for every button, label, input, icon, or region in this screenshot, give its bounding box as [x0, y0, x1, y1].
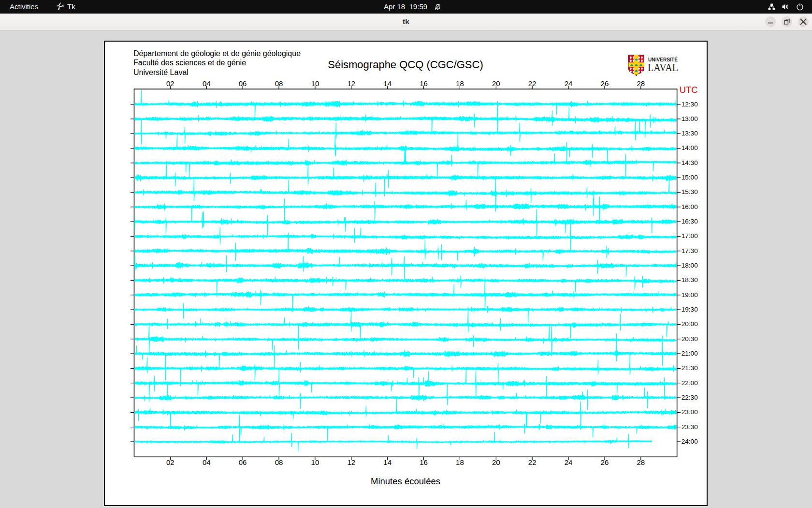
svg-text:22:00: 22:00: [682, 379, 698, 387]
svg-text:26: 26: [601, 458, 609, 466]
svg-text:14: 14: [383, 458, 392, 466]
svg-text:15:30: 15:30: [682, 188, 698, 195]
svg-text:14: 14: [383, 79, 392, 88]
svg-text:20: 20: [492, 458, 500, 466]
svg-text:22:30: 22:30: [682, 394, 698, 401]
svg-text:02: 02: [166, 458, 174, 466]
svg-text:20: 20: [492, 79, 500, 88]
svg-text:19:30: 19:30: [682, 306, 698, 313]
svg-text:06: 06: [239, 79, 247, 88]
svg-text:28: 28: [637, 458, 645, 466]
svg-text:12: 12: [347, 79, 355, 88]
svg-text:21:00: 21:00: [682, 350, 698, 357]
svg-text:24: 24: [565, 458, 573, 466]
svg-text:04: 04: [203, 458, 211, 466]
svg-text:17:00: 17:00: [682, 232, 698, 239]
svg-text:16: 16: [420, 79, 428, 88]
svg-text:24:00: 24:00: [682, 438, 698, 445]
svg-text:20:30: 20:30: [682, 335, 698, 343]
svg-text:19:00: 19:00: [682, 291, 698, 299]
svg-text:23:30: 23:30: [682, 423, 698, 431]
svg-text:16:30: 16:30: [682, 218, 698, 225]
svg-text:15:00: 15:00: [682, 174, 698, 181]
svg-text:22: 22: [528, 458, 536, 466]
svg-text:13:30: 13:30: [682, 130, 698, 137]
svg-text:18: 18: [456, 458, 464, 466]
svg-text:26: 26: [601, 79, 609, 88]
svg-text:23:00: 23:00: [682, 408, 698, 416]
svg-text:21:30: 21:30: [682, 364, 698, 372]
svg-text:28: 28: [637, 79, 645, 88]
svg-text:08: 08: [275, 458, 283, 466]
svg-text:12:30: 12:30: [682, 101, 698, 108]
svg-text:18:00: 18:00: [682, 262, 698, 269]
svg-text:14:30: 14:30: [682, 159, 698, 166]
svg-text:10: 10: [311, 79, 319, 88]
svg-text:06: 06: [239, 458, 247, 466]
svg-text:12: 12: [347, 458, 355, 466]
svg-text:04: 04: [203, 79, 211, 88]
svg-text:18:30: 18:30: [682, 276, 698, 284]
svg-text:24: 24: [565, 79, 573, 88]
svg-text:17:30: 17:30: [682, 247, 698, 254]
svg-text:14:00: 14:00: [682, 144, 698, 151]
svg-text:16:00: 16:00: [682, 203, 698, 210]
svg-text:22: 22: [528, 79, 536, 88]
svg-text:16: 16: [420, 458, 428, 466]
svg-text:20:00: 20:00: [682, 320, 698, 328]
svg-text:08: 08: [275, 79, 283, 88]
svg-text:UTC: UTC: [680, 85, 698, 95]
svg-text:18: 18: [456, 79, 464, 88]
svg-text:10: 10: [311, 458, 319, 466]
svg-text:02: 02: [166, 79, 174, 88]
svg-text:13:00: 13:00: [682, 115, 698, 122]
